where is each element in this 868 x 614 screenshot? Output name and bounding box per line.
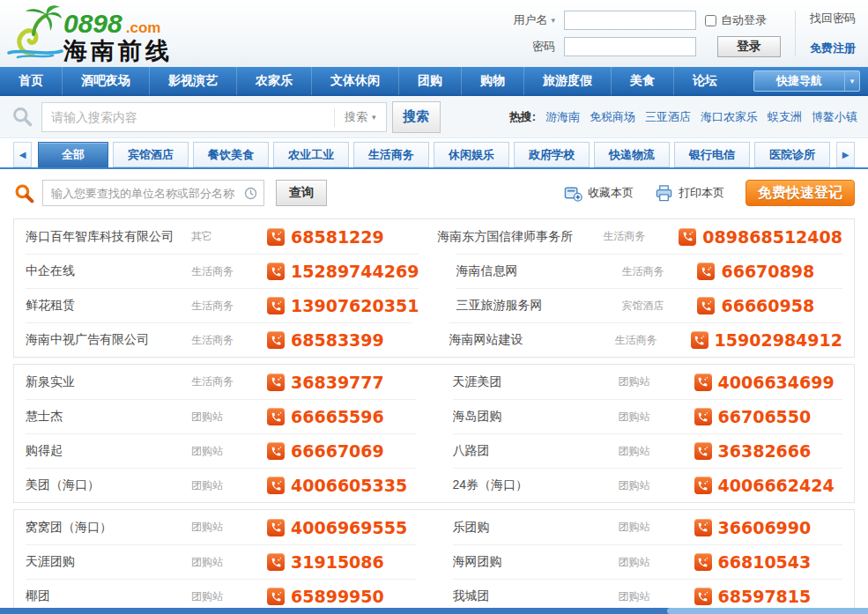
business-name[interactable]: 24券（海口）	[453, 477, 619, 493]
hot-search-link-3[interactable]: 海口农家乐	[701, 109, 758, 125]
quick-nav-dropdown-icon[interactable]: ▾	[844, 71, 859, 91]
quick-nav-button[interactable]: 快捷导航 ▾	[753, 70, 860, 92]
phone: 66665596	[267, 407, 384, 426]
hot-search-link-5[interactable]: 博鳌小镇	[812, 109, 857, 125]
hot-search-link-4[interactable]: 蜈支洲	[768, 109, 802, 125]
business-name[interactable]: 窝窝团（海口）	[26, 520, 191, 536]
business-name[interactable]: 海岛团购	[453, 409, 619, 425]
business-name[interactable]: 海南东方国信律师事务所	[437, 229, 603, 245]
listing-cell: 海南网站建设生活商务15902984912	[449, 322, 842, 357]
phone-icon	[697, 297, 715, 314]
history-clock-icon[interactable]	[244, 187, 257, 200]
business-name[interactable]: 八路团	[453, 443, 619, 459]
search-section: 搜索 ▾ 搜索 热搜: 游海南免税商场三亚酒店海口农家乐蜈支洲博鳌小镇	[0, 96, 868, 138]
search-input[interactable]	[42, 110, 334, 124]
prev-arrow-icon[interactable]: ◀	[13, 142, 32, 167]
business-name[interactable]: 海南中视广告有限公司	[26, 332, 191, 348]
business-name[interactable]: 慧士杰	[26, 409, 191, 425]
free-quick-register-button[interactable]: 免费快速登记	[746, 180, 855, 206]
nav-item-3[interactable]: 农家乐	[236, 66, 311, 95]
business-name[interactable]: 三亚旅游服务网	[456, 298, 621, 314]
phone-icon	[267, 297, 285, 314]
business-name[interactable]: 鲜花租赁	[26, 298, 191, 314]
phone-icon	[694, 477, 712, 494]
hot-search-link-2[interactable]: 三亚酒店	[645, 109, 691, 125]
auto-login-checkbox[interactable]	[705, 15, 716, 26]
hot-search-link-1[interactable]: 免税商场	[590, 109, 635, 125]
nav-item-5[interactable]: 团购	[398, 66, 461, 95]
category-tab-3[interactable]: 农业工业	[273, 142, 349, 167]
business-name[interactable]: 新泉实业	[26, 374, 191, 390]
nav-item-7[interactable]: 旅游度假	[523, 66, 611, 95]
category-tab-4[interactable]: 生活商务	[353, 142, 429, 167]
category-tab-6[interactable]: 政府学校	[514, 142, 590, 167]
nav-item-8[interactable]: 美食	[611, 66, 673, 95]
hot-search-link-0[interactable]: 游海南	[545, 109, 580, 125]
phone: 66706550	[694, 407, 812, 426]
business-name[interactable]: 购得起	[26, 443, 191, 459]
nav-item-6[interactable]: 购物	[461, 66, 523, 95]
listing-cell: 天涯团购团购站31915086	[26, 544, 416, 579]
phone: 66667069	[267, 441, 384, 461]
listing-cell: 慧士杰团购站66665596	[26, 399, 416, 433]
business-name[interactable]: 中企在线	[26, 263, 191, 279]
nav-item-2[interactable]: 影视演艺	[149, 66, 236, 95]
category-tab-1[interactable]: 宾馆酒店	[113, 142, 189, 167]
username-dropdown-icon[interactable]: ▾	[551, 16, 555, 25]
nav-item-4[interactable]: 文体休闲	[311, 66, 398, 95]
phone: 4006634699	[694, 373, 835, 392]
phone: 4006969555	[267, 518, 407, 537]
find-password-link[interactable]: 找回密码	[810, 11, 856, 26]
phone-number: 4006634699	[718, 373, 835, 392]
phone-icon	[679, 228, 696, 246]
category-tab-5[interactable]: 休闲娱乐	[434, 142, 509, 167]
listing-cell: 天涯美团团购站4006634699	[453, 365, 843, 399]
business-category: 团购站	[191, 555, 267, 570]
scrollbar-thumb[interactable]	[667, 608, 868, 614]
table-row: 购得起团购站66667069八路团团购站36382666	[14, 433, 854, 468]
username-field[interactable]	[564, 11, 696, 30]
business-category: 宾馆酒店	[621, 299, 697, 314]
query-button[interactable]: 查询	[276, 180, 327, 206]
business-name[interactable]: 海口百年智库科技有限公司	[26, 229, 191, 245]
search-scope-select[interactable]: 搜索 ▾	[334, 107, 386, 127]
favorite-page-button[interactable]: 收藏本页	[564, 184, 634, 203]
business-name[interactable]: 海南信息网	[456, 263, 621, 279]
category-tab-2[interactable]: 餐饮美食	[193, 142, 269, 167]
site-logo[interactable]: 0898 .com 海南前线	[7, 4, 173, 63]
phone-icon	[267, 374, 285, 391]
business-name[interactable]: 海南网站建设	[449, 332, 615, 348]
nav-item-1[interactable]: 酒吧夜场	[62, 66, 149, 95]
category-tab-9[interactable]: 医院诊所	[754, 142, 830, 167]
next-arrow-icon[interactable]: ▶	[836, 142, 855, 167]
category-tab-7[interactable]: 快递物流	[594, 142, 670, 167]
phone-number: 4006605335	[291, 476, 407, 495]
business-name[interactable]: 乐团购	[453, 520, 619, 536]
business-name[interactable]: 椰团	[26, 588, 191, 604]
category-tab-8[interactable]: 银行电信	[674, 142, 750, 167]
nav-item-0[interactable]: 首页	[0, 66, 62, 95]
business-name[interactable]: 天涯团购	[26, 554, 191, 570]
category-tab-0[interactable]: 全部	[38, 142, 108, 167]
print-page-button[interactable]: 打印本页	[655, 184, 724, 203]
listing-cell: 乐团购团购站36606990	[453, 510, 843, 544]
query-input[interactable]	[43, 187, 244, 200]
business-name[interactable]: 天涯美团	[453, 374, 619, 390]
business-name[interactable]: 我城团	[453, 588, 619, 604]
business-name[interactable]: 美团（海口）	[26, 477, 191, 493]
phone-icon	[694, 519, 712, 536]
search-button[interactable]: 搜索	[392, 101, 441, 133]
phone-number: 15289744269	[291, 262, 419, 281]
phone-number: 36382666	[718, 441, 812, 461]
password-field[interactable]	[564, 37, 696, 56]
free-register-link[interactable]: 免费注册	[810, 41, 856, 56]
phone: 68583399	[267, 330, 384, 350]
search-icon	[11, 105, 34, 129]
business-category: 团购站	[619, 410, 694, 425]
business-name[interactable]: 海网团购	[453, 554, 619, 570]
nav-item-9[interactable]: 论坛	[673, 66, 736, 95]
table-row: 窝窝团（海口）团购站4006969555乐团购团购站36606990	[14, 510, 854, 544]
phone: 4006605335	[267, 476, 407, 495]
query-section: 查询 收藏本页 打印本页 免费快速登记	[13, 179, 855, 207]
login-button[interactable]: 登录	[717, 36, 781, 57]
